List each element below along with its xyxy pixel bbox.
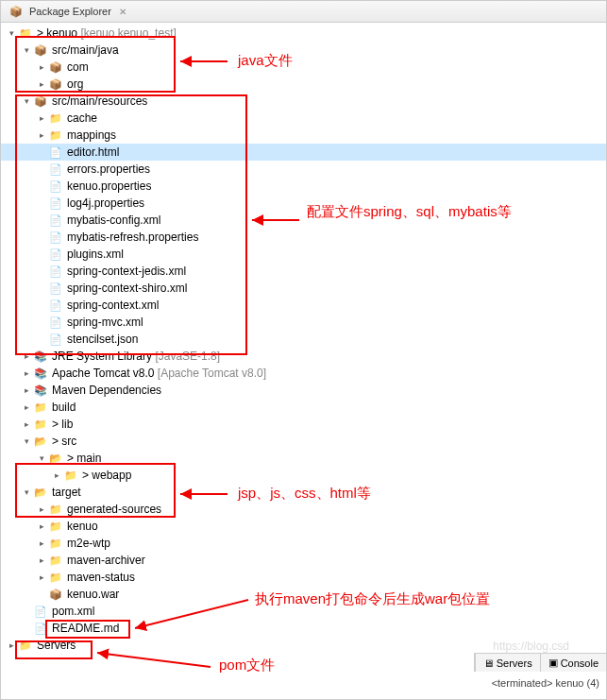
xml-file-icon: 📄 — [48, 315, 63, 330]
file-spring-context[interactable]: ▸📄spring-context.xml — [1, 297, 606, 314]
tab-console[interactable]: ▣Console — [540, 654, 606, 672]
file-label: errors.properties — [65, 162, 152, 176]
package-explorer-icon: 📦 — [8, 4, 24, 19]
file-label: kenuo.properties — [65, 179, 153, 193]
expand-icon[interactable]: ▾ — [20, 435, 33, 448]
file-kenuo-properties[interactable]: ▸📄kenuo.properties — [1, 178, 606, 195]
json-file-icon: 📄 — [48, 332, 63, 347]
expand-icon[interactable]: ▸ — [35, 77, 48, 91]
properties-file-icon: 📄 — [48, 196, 63, 211]
folder-src[interactable]: ▾📂> src — [1, 433, 606, 450]
file-label: log4j.properties — [65, 196, 146, 210]
folder-icon: 📁 — [48, 519, 63, 534]
expand-icon[interactable]: ▾ — [35, 452, 48, 465]
properties-file-icon: 📄 — [48, 230, 63, 245]
folder-icon: 📁 — [48, 570, 63, 585]
folder-target[interactable]: ▾📂target — [1, 484, 606, 501]
folder-m2e-wtp[interactable]: ▸📁m2e-wtp — [1, 535, 606, 552]
library-icon: 📚 — [33, 349, 48, 364]
file-stencilset-json[interactable]: ▸📄stencilset.json — [1, 331, 606, 348]
bottom-tabs: 🖥Servers ▣Console — [474, 653, 607, 672]
expand-icon[interactable]: ▸ — [35, 128, 48, 142]
file-readme[interactable]: ▸📄README.md — [1, 620, 606, 637]
file-pom-xml[interactable]: ▸📄pom.xml — [1, 603, 606, 620]
file-spring-shiro[interactable]: ▸📄spring-context-shiro.xml — [1, 280, 606, 297]
folder-main[interactable]: ▾📂> main — [1, 450, 606, 467]
xml-file-icon: 📄 — [48, 264, 63, 279]
expand-icon[interactable]: ▸ — [35, 520, 48, 533]
folder-label: kenuo — [65, 520, 100, 533]
file-mybatis-config[interactable]: ▸📄mybatis-config.xml — [1, 212, 606, 229]
tomcat-library[interactable]: ▸📚Apache Tomcat v8.0 [Apache Tomcat v8.0… — [1, 365, 606, 382]
folder-icon: 📁 — [18, 638, 33, 653]
folder-build[interactable]: ▸📁build — [1, 399, 606, 416]
folder-cache[interactable]: ▸📁cache — [1, 110, 606, 127]
properties-file-icon: 📄 — [48, 179, 63, 194]
package-com[interactable]: ▸ 📦 com — [1, 59, 606, 76]
expand-icon[interactable]: ▸ — [35, 571, 48, 584]
project-root[interactable]: ▾ 📁 > kenuo [kenuo kenuo_test] — [1, 25, 606, 42]
jre-library[interactable]: ▸📚JRE System Library [JavaSE-1.8] — [1, 348, 606, 365]
xml-file-icon: 📄 — [48, 281, 63, 296]
file-errors-properties[interactable]: ▸📄errors.properties — [1, 161, 606, 178]
src-main-java[interactable]: ▾ 📦 src/main/java — [1, 42, 606, 59]
file-spring-jedis[interactable]: ▸📄spring-context-jedis.xml — [1, 263, 606, 280]
expand-icon[interactable]: ▸ — [35, 60, 48, 74]
folder-generated-sources[interactable]: ▸📁generated-sources — [1, 501, 606, 518]
folder-label: generated-sources — [65, 503, 163, 516]
expand-icon[interactable]: ▾ — [20, 486, 33, 499]
file-label: README.md — [50, 622, 121, 635]
expand-icon[interactable]: ▸ — [5, 639, 18, 652]
folder-webapp[interactable]: ▸📁> webapp — [1, 467, 606, 484]
expand-icon[interactable]: ▸ — [20, 350, 33, 363]
maven-deps[interactable]: ▸📚Maven Dependencies — [1, 382, 606, 399]
src-main-resources[interactable]: ▾ 📦 src/main/resources — [1, 93, 606, 110]
expand-icon[interactable]: ▸ — [20, 384, 33, 397]
expand-icon[interactable]: ▾ — [20, 94, 33, 108]
close-icon[interactable]: ✕ — [119, 7, 126, 17]
folder-lib[interactable]: ▸📁> lib — [1, 416, 606, 433]
folder-maven-archiver[interactable]: ▸📁maven-archiver — [1, 552, 606, 569]
folder-icon: 📁 — [48, 502, 63, 517]
tab-label: Console — [561, 657, 599, 669]
expand-icon[interactable]: ▸ — [20, 367, 33, 380]
expand-icon[interactable]: ▸ — [35, 503, 48, 516]
expand-icon[interactable]: ▾ — [5, 26, 18, 40]
library-label: Maven Dependencies — [50, 384, 163, 397]
package-explorer-panel: 📦 Package Explorer ✕ ▾ 📁 > kenuo [kenuo … — [0, 0, 607, 700]
file-label: spring-context-shiro.xml — [65, 282, 189, 295]
war-file-icon: 📦 — [48, 587, 63, 602]
expand-icon[interactable]: ▸ — [35, 111, 48, 125]
expand-icon[interactable]: ▸ — [35, 554, 48, 567]
expand-icon[interactable]: ▸ — [20, 401, 33, 414]
expand-icon[interactable]: ▾ — [20, 43, 33, 57]
file-label: cache — [65, 111, 99, 125]
file-plugins-xml[interactable]: ▸📄plugins.xml — [1, 246, 606, 263]
folder-label: src/main/resources — [50, 94, 149, 108]
file-kenuo-war[interactable]: ▸📦kenuo.war — [1, 586, 606, 603]
package-icon: 📦 — [48, 77, 63, 92]
expand-icon[interactable]: ▸ — [50, 469, 63, 482]
file-editor-html[interactable]: ▸📄editor.html — [1, 144, 606, 161]
file-label: stencilset.json — [65, 333, 140, 346]
package-org[interactable]: ▸ 📦 org — [1, 76, 606, 93]
folder-label: src/main/java — [50, 43, 121, 57]
project-servers[interactable]: ▸📁Servers — [1, 637, 606, 654]
file-label: mappings — [65, 128, 118, 142]
project-tree[interactable]: ▾ 📁 > kenuo [kenuo kenuo_test] ▾ 📦 src/m… — [1, 23, 606, 699]
console-icon: ▣ — [548, 657, 558, 669]
package-label: org — [65, 77, 85, 91]
tab-servers[interactable]: 🖥Servers — [475, 654, 540, 672]
folder-target-kenuo[interactable]: ▸📁kenuo — [1, 518, 606, 535]
folder-icon: 📁 — [48, 111, 63, 126]
file-log4j-properties[interactable]: ▸📄log4j.properties — [1, 195, 606, 212]
file-label: pom.xml — [50, 605, 96, 618]
file-mybatis-refresh[interactable]: ▸📄mybatis-refresh.properties — [1, 229, 606, 246]
folder-maven-status[interactable]: ▸📁maven-status — [1, 569, 606, 586]
console-status: <terminated> kenuo (4) — [484, 675, 607, 691]
folder-mappings[interactable]: ▸📁mappings — [1, 127, 606, 144]
file-spring-mvc[interactable]: ▸📄spring-mvc.xml — [1, 314, 606, 331]
folder-icon: 📂 — [33, 485, 48, 500]
expand-icon[interactable]: ▸ — [35, 537, 48, 550]
expand-icon[interactable]: ▸ — [20, 418, 33, 431]
